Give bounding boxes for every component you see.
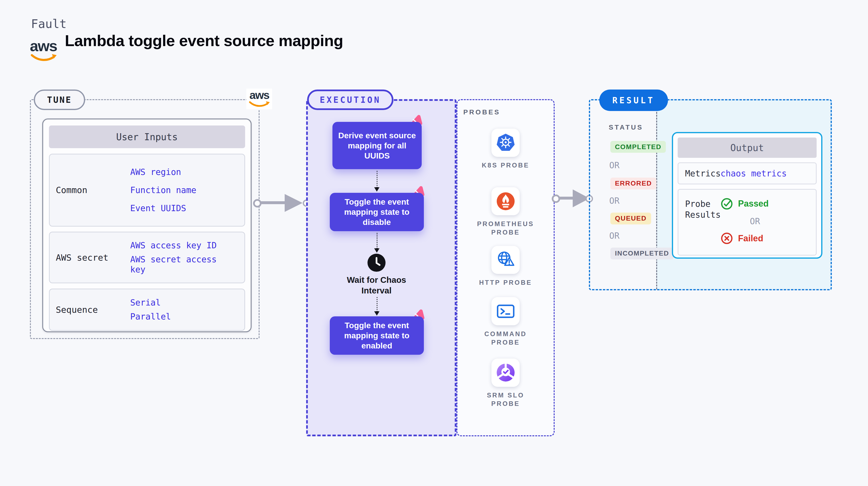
connector-port-icon (253, 199, 261, 208)
probe-label: COMMAND PROBE (476, 330, 535, 347)
connector-port-icon (552, 194, 560, 203)
input-value: Function name (130, 185, 239, 195)
status-badge-incompleted: INCOMPLETED (610, 248, 674, 260)
execution-badge: EXECUTION (307, 90, 393, 110)
aws-wordmark: aws (249, 90, 269, 101)
aws-logo-corner: aws (246, 89, 272, 109)
flow-connector (377, 171, 377, 188)
status-badge-queued: QUEUED (610, 213, 651, 224)
probe-label: K8S PROBE (476, 161, 535, 170)
probe-tile (491, 359, 520, 387)
terminal-icon (496, 301, 516, 322)
fault-diagram: Fault aws Lambda toggle event source map… (0, 0, 868, 486)
aws-smile-icon (30, 54, 57, 62)
wait-chaos-interval-label: Wait for Chaos Interval (337, 275, 416, 296)
output-probe-results-row: Probe Results Passed OR Failed (678, 189, 817, 255)
page-title: Lambda toggle event source mapping (65, 32, 343, 50)
table-row-aws-secret: AWS secret AWS access key ID AWS secret … (49, 232, 245, 283)
failed-label: Failed (738, 233, 763, 243)
probes-title: PROBES (463, 108, 500, 116)
status-badge-errored: ERRORED (610, 178, 656, 189)
step-toggle-mapping-disable: Toggle the event mapping state to disabl… (330, 193, 424, 231)
row-label: Common (50, 154, 130, 225)
step-label: Toggle the event mapping state to disabl… (335, 197, 418, 227)
probe-tile (491, 297, 520, 325)
aws-wordmark: aws (30, 38, 57, 54)
probe-label: PROMETHEUS PROBE (476, 220, 535, 237)
user-inputs-header: User Inputs (49, 125, 245, 148)
or-label: OR (609, 160, 620, 170)
probe-item-k8s: K8S PROBE (457, 129, 555, 170)
step-derive-event-source-mapping: Derive event source mapping for all UUID… (333, 122, 422, 169)
flow-connector (377, 297, 377, 312)
step-label: Toggle the event mapping state to enable… (335, 320, 418, 351)
table-row-common: Common AWS region Function name Event UU… (49, 154, 245, 226)
probe-results-label: Probe Results (678, 190, 721, 220)
x-circle-icon (721, 232, 733, 244)
input-value: AWS region (130, 167, 239, 177)
result-badge: RESULT (599, 90, 668, 111)
result-divider (656, 100, 657, 289)
http-globe-warning-icon (496, 250, 516, 270)
output-metrics-row: Metrics chaos metrics (678, 162, 817, 184)
step-label: Derive event source mapping for all UUID… (338, 130, 416, 161)
table-row-sequence: Sequence Serial Parallel (49, 288, 245, 331)
or-label: OR (750, 216, 769, 226)
probe-item-http: HTTP PROBE (457, 246, 555, 287)
check-circle-icon (721, 198, 733, 210)
probe-tile (491, 246, 520, 274)
input-value: AWS access key ID (130, 240, 239, 250)
fault-eyebrow: Fault (31, 17, 67, 31)
tune-badge: TUNE (34, 90, 85, 110)
metrics-value: chaos metrics (721, 169, 787, 178)
probe-label: SRM SLO PROBE (476, 391, 535, 408)
probe-item-command: COMMAND PROBE (457, 297, 555, 347)
prometheus-icon (496, 191, 516, 211)
input-value: Parallel (130, 311, 239, 322)
probe-tile (491, 187, 520, 215)
output-header: Output (678, 138, 817, 158)
user-inputs-card: User Inputs Common AWS region Function n… (42, 119, 252, 332)
flow-connector (377, 233, 377, 248)
row-label: AWS secret (50, 232, 130, 283)
or-label: OR (609, 196, 620, 206)
metrics-label: Metrics (678, 168, 721, 179)
probe-item-srm-slo: SRM SLO PROBE (457, 359, 555, 408)
probe-item-prometheus: PROMETHEUS PROBE (457, 187, 555, 237)
slo-donut-check-icon (496, 362, 516, 383)
aws-logo: aws (30, 38, 57, 62)
row-label: Sequence (50, 289, 130, 330)
clock-icon (367, 253, 386, 272)
input-value: Serial (130, 298, 239, 308)
output-card: Output Metrics chaos metrics Probe Resul… (672, 132, 823, 259)
input-value: Event UUIDS (130, 203, 239, 213)
or-label: OR (609, 231, 620, 241)
status-badge-completed: COMPLETED (610, 141, 666, 153)
input-value: AWS secret access key (130, 254, 220, 275)
kubernetes-icon (496, 132, 516, 153)
step-toggle-mapping-enabled: Toggle the event mapping state to enable… (330, 316, 424, 355)
aws-smile-icon (248, 101, 270, 108)
probe-tile (491, 129, 520, 157)
passed-label: Passed (738, 199, 769, 209)
status-title: STATUS (609, 124, 643, 131)
probe-label: HTTP PROBE (476, 278, 535, 287)
